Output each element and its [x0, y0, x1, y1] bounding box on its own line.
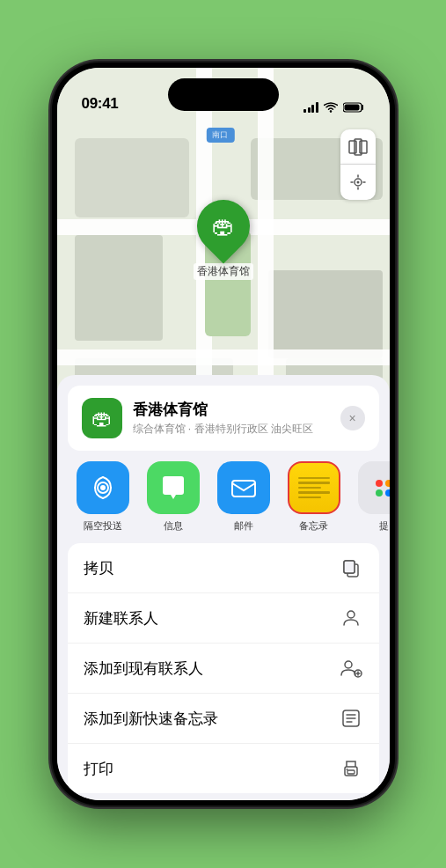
location-info: 香港体育馆 综合体育馆 · 香港特别行政区 油尖旺区 [133, 400, 330, 437]
copy-label: 拷贝 [84, 558, 113, 578]
notes-icon-wrap [288, 461, 340, 514]
add-notes-icon [339, 706, 363, 731]
map-pin: 🏟 香港体育馆 [194, 200, 253, 280]
mail-icon [229, 473, 259, 503]
action-add-notes[interactable]: 添加到新快速备忘录 [68, 694, 379, 744]
location-card: 🏟 香港体育馆 综合体育馆 · 香港特别行政区 油尖旺区 × [68, 386, 379, 451]
action-copy[interactable]: 拷贝 [68, 543, 379, 593]
bottom-sheet: 🏟 香港体育馆 综合体育馆 · 香港特别行政区 油尖旺区 × [57, 375, 390, 800]
notes-lines-decoration [289, 470, 339, 506]
share-more[interactable]: 提 [353, 461, 390, 533]
share-row: 隔空投送 信息 [57, 458, 390, 543]
location-icon [349, 173, 367, 191]
svg-rect-2 [344, 105, 359, 111]
svg-rect-10 [232, 481, 255, 497]
svg-point-7 [356, 181, 359, 184]
status-time: 09:41 [82, 95, 119, 113]
action-new-contact[interactable]: 新建联系人 [68, 593, 379, 644]
action-list: 拷贝 新建联系人 [68, 543, 379, 793]
close-button[interactable]: × [340, 406, 365, 430]
airdrop-icon [88, 473, 118, 503]
svg-rect-5 [360, 141, 367, 153]
svg-rect-3 [349, 141, 356, 153]
airdrop-label: 隔空投送 [84, 519, 122, 533]
status-icons [303, 102, 365, 113]
location-button[interactable] [340, 165, 376, 200]
pin-circle: 🏟 [186, 189, 260, 264]
pin-stadium-icon: 🏟 [212, 213, 235, 240]
signal-icon [303, 102, 318, 113]
venue-name: 香港体育馆 [133, 400, 330, 420]
wifi-icon [324, 102, 338, 113]
dynamic-island [168, 78, 279, 111]
action-print[interactable]: 打印 [68, 744, 379, 793]
map-controls [340, 129, 376, 200]
svg-point-20 [346, 769, 347, 770]
add-existing-icon [339, 656, 363, 680]
mail-icon-wrap [217, 461, 270, 514]
more-label: 提 [379, 519, 389, 533]
more-dots [376, 480, 390, 497]
venue-subtitle: 综合体育馆 · 香港特别行政区 油尖旺区 [133, 422, 330, 437]
share-airdrop[interactable]: 隔空投送 [71, 461, 135, 533]
map-type-button[interactable] [340, 129, 376, 165]
messages-icon-wrap [147, 461, 200, 514]
svg-rect-19 [347, 770, 355, 774]
svg-point-0 [329, 110, 331, 112]
map-type-icon [348, 137, 368, 157]
print-icon [339, 756, 363, 781]
share-mail[interactable]: 邮件 [212, 461, 275, 533]
copy-icon [339, 555, 363, 580]
messages-icon [158, 473, 188, 503]
messages-label: 信息 [164, 519, 183, 533]
svg-point-15 [345, 661, 352, 668]
venue-icon: 🏟 [82, 398, 122, 438]
svg-point-14 [347, 611, 355, 618]
print-label: 打印 [84, 759, 113, 779]
share-notes[interactable]: 备忘录 [282, 461, 346, 533]
add-existing-label: 添加到现有联系人 [84, 658, 203, 679]
pin-label: 香港体育馆 [194, 263, 253, 280]
new-contact-label: 新建联系人 [84, 608, 158, 629]
add-notes-label: 添加到新快速备忘录 [84, 709, 218, 729]
phone-frame: 09:41 [52, 63, 395, 805]
map-label: 南口 [206, 128, 234, 143]
more-icon-wrap [358, 461, 390, 514]
share-messages[interactable]: 信息 [142, 461, 205, 533]
airdrop-icon-wrap [77, 461, 129, 514]
battery-icon [343, 102, 365, 113]
new-contact-icon [339, 606, 363, 630]
action-add-existing[interactable]: 添加到现有联系人 [68, 644, 379, 694]
svg-point-9 [100, 485, 106, 490]
mail-label: 邮件 [234, 519, 253, 533]
notes-label: 备忘录 [299, 519, 328, 533]
phone-screen: 09:41 [57, 68, 390, 800]
svg-rect-13 [344, 561, 355, 573]
